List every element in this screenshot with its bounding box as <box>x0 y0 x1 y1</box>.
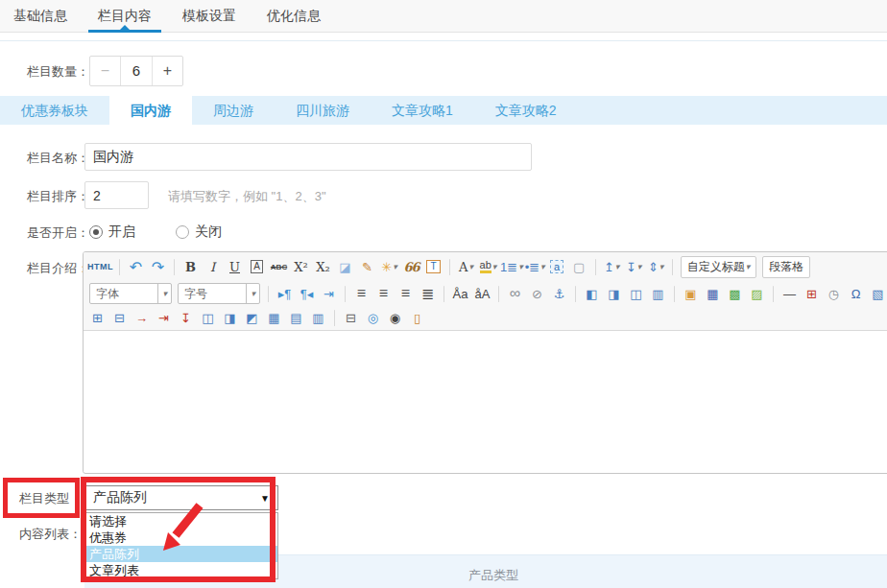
tab-template-settings[interactable]: 模板设置 <box>182 0 236 32</box>
bold-icon[interactable]: B <box>180 256 201 277</box>
font-family-select[interactable]: 字体▾ <box>89 283 172 304</box>
tab-column-content[interactable]: 栏目内容 <box>98 0 152 32</box>
code-snippet-icon[interactable]: ▧ <box>868 283 887 304</box>
section-tab-domestic[interactable]: 国内游 <box>109 96 192 125</box>
underline-icon[interactable]: U <box>225 256 245 277</box>
radio-open[interactable]: 开启 <box>89 223 135 241</box>
preview-icon[interactable]: ◎ <box>363 308 383 329</box>
anchor-icon[interactable]: ⚓ <box>549 283 569 304</box>
separator <box>595 259 596 275</box>
insert-time-icon[interactable]: ◷ <box>824 283 844 304</box>
merge-down-icon[interactable]: ◩ <box>242 308 262 329</box>
column-settings-page: { "colors":{"accent_blue":"#2e96d4","ann… <box>0 0 887 588</box>
unordered-list-icon[interactable]: •≣▾ <box>525 256 545 277</box>
split-rows-icon[interactable]: ▤ <box>286 308 306 329</box>
new-page-icon[interactable]: ▢ <box>569 256 589 277</box>
special-char-icon[interactable]: Ω <box>846 283 866 304</box>
align-justify-icon[interactable]: ≣ <box>418 283 438 304</box>
enabled-label: 是否开启： <box>27 224 89 242</box>
align-right-icon[interactable]: ≡ <box>396 283 416 304</box>
rich-text-editor: HTML↶↷BIUAABCX²X₂◪✎✳▾66TA▾ab▾1≣▾•≣▾a▢↥▾↧… <box>83 251 887 474</box>
font-color-icon[interactable]: A▾ <box>456 256 476 277</box>
custom-title-button[interactable]: 自定义标题▾ <box>681 256 757 278</box>
html-source-icon[interactable]: HTML <box>87 256 113 277</box>
separator <box>672 259 673 275</box>
paste-text-icon[interactable]: T <box>423 256 444 277</box>
section-tab-coupon[interactable]: 优惠券板块 <box>0 96 109 125</box>
line-height-icon[interactable]: ⇕▾ <box>646 256 666 277</box>
font-size-select[interactable]: 字号▾ <box>178 283 260 304</box>
auto-typeset-icon[interactable]: ✳▾ <box>379 256 399 277</box>
editor-toolbar: HTML↶↷BIUAABCX²X₂◪✎✳▾66TA▾ab▾1≣▾•≣▾a▢↥▾↧… <box>84 252 887 331</box>
column-name-label: 栏目名称： <box>27 150 89 167</box>
split-cols-icon[interactable]: ▥ <box>308 308 328 329</box>
column-count-label: 栏目数量： <box>27 63 89 81</box>
image-right-icon[interactable]: ▥ <box>648 283 668 304</box>
superscript-icon[interactable]: X² <box>291 256 311 277</box>
insert-date-icon[interactable]: ⊞ <box>802 283 822 304</box>
insert-video-icon[interactable]: ▦ <box>703 283 723 304</box>
align-center-icon[interactable]: ≡ <box>373 283 394 304</box>
link-icon[interactable]: ∞ <box>505 283 525 304</box>
column-type-label: 栏目类型 <box>19 490 69 507</box>
italic-icon[interactable]: I <box>203 256 223 277</box>
increment-button[interactable]: + <box>152 57 182 85</box>
uppercase-icon[interactable]: Åa <box>450 283 470 304</box>
insert-map-icon[interactable]: ▩ <box>725 283 745 304</box>
image-inline-icon[interactable]: ◨ <box>604 283 624 304</box>
section-tab-sichuan[interactable]: 四川旅游 <box>275 96 371 125</box>
blockquote-icon[interactable]: 66 <box>401 256 421 277</box>
paragraph-format-button[interactable]: 段落格 <box>762 256 810 278</box>
anchor-ref-icon[interactable]: a <box>547 256 567 277</box>
font-border-icon[interactable]: A <box>247 256 267 277</box>
radio-icon <box>89 225 103 239</box>
decrement-button[interactable]: − <box>90 57 121 85</box>
split-cells-icon[interactable]: ▦ <box>264 308 284 329</box>
tab-basic-info[interactable]: 基础信息 <box>13 0 67 32</box>
insert-image-icon[interactable]: ▣ <box>681 283 701 304</box>
tab-optimization[interactable]: 优化信息 <box>267 0 321 32</box>
editor-content-area[interactable] <box>84 331 887 472</box>
column-order-input[interactable] <box>84 181 149 209</box>
undo-icon[interactable]: ↶ <box>126 256 146 277</box>
highlight-color-icon[interactable]: ab▾ <box>478 256 498 277</box>
spacing-bottom-icon[interactable]: ↧▾ <box>624 256 644 277</box>
section-tab-nearby[interactable]: 周边游 <box>192 96 275 125</box>
rtl-paragraph-icon[interactable]: ¶◂ <box>297 283 317 304</box>
find-replace-icon[interactable]: ◉ <box>385 308 405 329</box>
image-center-icon[interactable]: ◫ <box>626 283 646 304</box>
subscript-icon[interactable]: X₂ <box>313 256 333 277</box>
section-tab-article2[interactable]: 文章攻略2 <box>474 96 578 125</box>
ltr-paragraph-icon[interactable]: ▸¶ <box>275 283 295 304</box>
image-left-icon[interactable]: ◧ <box>582 283 602 304</box>
unlink-icon[interactable]: ⊘ <box>527 283 547 304</box>
merge-cells-icon[interactable]: ◫ <box>198 308 218 329</box>
merge-right-icon[interactable]: ◨ <box>220 308 240 329</box>
column-name-input[interactable] <box>84 143 532 171</box>
eraser-icon[interactable]: ◪ <box>335 256 355 277</box>
horizontal-rule-icon[interactable]: — <box>779 283 800 304</box>
toolbar-row-2: 字体▾字号▾▸¶¶◂⇥≡≡≡≣ÅaåA∞⊘⚓◧◨◫▥▣▦▩▨—⊞◷Ω▧ <box>84 281 887 306</box>
delete-row-icon[interactable]: ↧ <box>176 308 196 329</box>
ordered-list-icon[interactable]: 1≣▾ <box>500 256 523 277</box>
format-brush-icon[interactable]: ✎ <box>357 256 377 277</box>
enabled-radio-group: 开启关闭 <box>89 223 222 241</box>
separator <box>174 259 175 275</box>
insert-title-row-icon[interactable]: ⊟ <box>109 308 130 329</box>
toolbar-row-3: ⊞⊟→⇥↧◫◨◩▦▤▥⊟◎◉▯ <box>84 306 887 330</box>
paste-icon[interactable]: ▯ <box>407 308 427 329</box>
align-left-icon[interactable]: ≡ <box>351 283 372 304</box>
insert-col-icon[interactable]: ⇥ <box>154 308 174 329</box>
redo-icon[interactable]: ↷ <box>148 256 168 277</box>
print-icon[interactable]: ⊟ <box>341 308 361 329</box>
insert-table-icon[interactable]: ⊞ <box>87 308 108 329</box>
spacing-top-icon[interactable]: ↥▾ <box>602 256 622 277</box>
insert-row-icon[interactable]: → <box>132 308 152 329</box>
radio-closed[interactable]: 关闭 <box>176 223 222 241</box>
header-tab-bar: 基础信息栏目内容模板设置优化信息 <box>0 0 887 33</box>
strikethrough-icon[interactable]: ABC <box>269 256 289 277</box>
lowercase-icon[interactable]: åA <box>472 283 492 304</box>
indent-icon[interactable]: ⇥ <box>319 283 339 304</box>
section-tab-article1[interactable]: 文章攻略1 <box>371 96 474 125</box>
insert-flash-icon[interactable]: ▨ <box>747 283 767 304</box>
